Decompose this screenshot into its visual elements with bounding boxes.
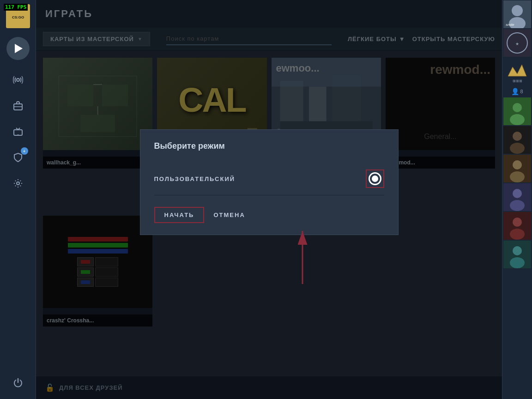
friends-count-row: 👤 8 — [502, 86, 532, 97]
svg-text:★: ★ — [515, 42, 519, 46]
sidebar-item-power[interactable] — [9, 374, 27, 392]
sidebar-item-briefcase[interactable] — [9, 97, 27, 115]
right-sidebar: smile ★ ⊞⊞⊞ 👤 8 — [502, 0, 532, 399]
svg-text:⊞⊞⊞: ⊞⊞⊞ — [513, 79, 522, 83]
badge-avatar[interactable]: ★ — [503, 29, 531, 57]
friends-count: 8 — [520, 89, 523, 94]
svg-point-35 — [510, 257, 525, 268]
left-sidebar: CS:GO — [0, 0, 36, 399]
main-avatar[interactable]: smile — [503, 0, 531, 28]
friend-avatar-5[interactable] — [503, 212, 531, 240]
svg-point-20 — [510, 114, 525, 125]
svg-point-32 — [510, 229, 525, 240]
svg-point-19 — [513, 103, 522, 112]
svg-text:smile: smile — [506, 23, 514, 27]
svg-point-8 — [17, 182, 19, 185]
svg-point-34 — [513, 246, 522, 255]
sidebar-item-tv[interactable] — [9, 122, 27, 141]
svg-point-10 — [512, 5, 523, 16]
mode-select-modal: Выберите режим ПОЛЬЗОВАТЕЛЬСКИЙ НАЧАТЬ О… — [140, 129, 399, 235]
svg-point-29 — [510, 200, 525, 211]
friend-avatar-4[interactable] — [503, 183, 531, 211]
svg-point-22 — [513, 132, 522, 141]
svg-point-2 — [17, 79, 19, 81]
custom-radio[interactable] — [366, 169, 384, 188]
modal-overlay: Выберите режим ПОЛЬЗОВАТЕЛЬСКИЙ НАЧАТЬ О… — [36, 0, 502, 399]
option-label: ПОЛЬЗОВАТЕЛЬСКИЙ — [154, 175, 236, 182]
sidebar-item-shield[interactable] — [9, 148, 27, 167]
sidebar-item-antenna[interactable] — [9, 71, 27, 89]
svg-point-28 — [513, 189, 522, 198]
person-icon: 👤 — [511, 88, 519, 95]
friend-avatar-2[interactable] — [503, 126, 531, 154]
modal-title: Выберите режим — [154, 141, 384, 151]
play-button[interactable] — [6, 37, 30, 60]
svg-point-26 — [510, 171, 525, 182]
friend-avatar-6[interactable] — [503, 241, 531, 268]
friend-avatar-1[interactable] — [503, 97, 531, 125]
radio-dot — [372, 175, 378, 182]
svg-text:CS:GO: CS:GO — [12, 15, 24, 19]
svg-point-23 — [510, 143, 525, 154]
svg-point-25 — [513, 160, 522, 169]
fps-counter: 117 FPS — [4, 4, 28, 11]
modal-actions: НАЧАТЬ ОТМЕНА — [154, 207, 384, 223]
cancel-button[interactable]: ОТМЕНА — [213, 212, 245, 218]
modal-option-custom: ПОЛЬЗОВАТЕЛЬСКИЙ — [154, 163, 384, 195]
sidebar-item-gear[interactable] — [9, 174, 27, 193]
rank-avatar[interactable]: ⊞⊞⊞ — [503, 58, 531, 85]
svg-point-31 — [513, 218, 522, 227]
friend-avatar-3[interactable] — [503, 155, 531, 182]
start-button[interactable]: НАЧАТЬ — [154, 207, 205, 223]
radio-inner — [369, 172, 381, 185]
